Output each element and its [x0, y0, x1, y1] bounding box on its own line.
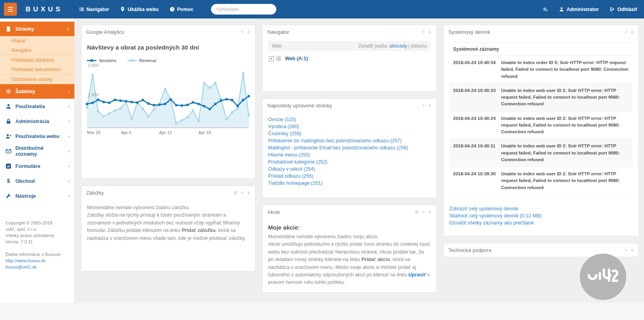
recent-pages-list: Ovocie (115) Výrobca (260) Číselníky (25…: [268, 114, 431, 192]
close-icon[interactable]: ×: [241, 191, 244, 195]
download-full-log-link[interactable]: Stiahnúť celý systémový denník (0.12 MB): [449, 212, 633, 219]
sort-by-date-label: dátumu: [411, 43, 427, 49]
dashboard: Google Analytics × ∧ Návštevy a obrat za…: [75, 18, 644, 303]
chevron-left-icon: ‹: [68, 119, 70, 123]
log-timestamp: 2018-04-24 10:40:24: [453, 115, 500, 136]
gear-icon[interactable]: [415, 210, 419, 214]
chart-title: Návštevy a obrat za posledných 30 dní: [87, 44, 250, 51]
recent-page-link[interactable]: Ovocie (115): [268, 116, 431, 123]
collapse-icon[interactable]: ∧: [428, 30, 431, 34]
collapse-icon[interactable]: ∧: [247, 191, 250, 195]
submenu-item-odstranene-stranky[interactable]: Odstránené stránky: [0, 74, 74, 84]
log-row: 2018-04-24 10:40:24 Unable to index web …: [449, 112, 633, 140]
x-tick-label: Mar 29: [87, 130, 100, 135]
close-icon[interactable]: ×: [422, 30, 425, 34]
portlet-title: Navigátor: [267, 29, 422, 35]
portlet-naposledy-upravene: Naposledy upravené stránky × ∧ Ovocie (1…: [262, 98, 437, 198]
cogs-icon: [6, 88, 11, 94]
recent-page-link[interactable]: Príklad odkazu (255): [268, 173, 431, 180]
chevron-left-icon: ‹: [68, 89, 70, 94]
mark-all-read-link[interactable]: Označiť všetky záznamy ako prečítané: [449, 219, 633, 226]
sidebar: Stránky ∨ Hľadať Navigátor Prehliadač ob…: [0, 18, 75, 303]
version-label: Verzia: 7.0.11: [6, 239, 69, 245]
sidebar-item-pouzivatelia[interactable]: Používatelia ‹: [0, 99, 74, 114]
tree-node-web-link[interactable]: Web (A:1): [285, 56, 308, 61]
settings-cogs-button[interactable]: [543, 4, 548, 15]
sidebar-item-nastroje[interactable]: Nástroje ‹: [0, 188, 74, 203]
recent-page-link[interactable]: Prihlásenie do mailinglistu bez potvrdzo…: [268, 137, 431, 144]
portlet-zalozky: Záložky × ∧ Momentálne nemáte vytvorenú …: [81, 186, 255, 271]
collapse-icon[interactable]: ∧: [631, 30, 634, 34]
navbar-search: [211, 4, 276, 15]
collapse-icon[interactable]: ∧: [428, 103, 431, 108]
sidebar-item-stranky[interactable]: Stránky ∨: [0, 22, 74, 36]
sidebar-item-distribucne-zoznamy[interactable]: Distribučné zoznamy ‹: [0, 143, 74, 158]
hamburger-menu-button[interactable]: [4, 3, 17, 16]
recent-page-link[interactable]: Výrobca (260): [268, 123, 431, 130]
close-icon[interactable]: ×: [625, 30, 627, 34]
recent-page-link[interactable]: Hlavné menu (250): [268, 151, 431, 158]
tree-expand-icon[interactable]: +: [269, 56, 274, 61]
check-square-icon: [6, 163, 11, 169]
close-icon[interactable]: ×: [422, 103, 425, 108]
tree-row-web: + Web (A:1): [269, 56, 430, 61]
expand-icon[interactable]: ∨: [631, 248, 634, 252]
pages-list-icon: [276, 56, 281, 61]
log-row: 2018-04-24 10:40:11 Unable to index web …: [449, 139, 633, 167]
submenu-item-prehliadac-dokumentov[interactable]: Prehliadač dokumentov: [0, 65, 74, 74]
portlet-title: Systémový denník: [448, 29, 625, 35]
sidebar-item-pouzivatelia-webu[interactable]: Používatelia webu ‹: [0, 129, 74, 143]
user-account-button[interactable]: Administrator: [559, 4, 599, 15]
collapse-icon[interactable]: ∧: [247, 30, 250, 34]
web-tab-label: Web: [272, 43, 281, 49]
recent-page-link[interactable]: Mailinglist - prihlásenie Email bez potv…: [268, 144, 431, 151]
user-plus-icon: [6, 133, 11, 139]
upravit-link[interactable]: Upraviť: [408, 272, 426, 278]
chevron-left-icon: ‹: [68, 164, 70, 168]
sort-controls: Zoradiť podľa: abecedy | dátumu: [358, 43, 427, 49]
submenu-item-prehliadac-obrazkov[interactable]: Prehliadač obrázkov: [0, 55, 74, 65]
system-log-table: Systémové záznamy 2018-04-24 10:40:34 Un…: [449, 42, 633, 195]
recent-page-link[interactable]: Tlačidlo homepage (251): [268, 180, 431, 187]
chart-legend: Sessions Revenue: [87, 58, 250, 63]
question-circle-icon: ?: [170, 7, 175, 12]
portlet-title: Google Analytics: [86, 29, 241, 35]
submenu-item-navigator[interactable]: Navigátor: [0, 46, 74, 55]
show-full-log-link[interactable]: Zobraziť celý systémový denník: [449, 205, 633, 212]
chevron-left-icon: ‹: [68, 193, 70, 198]
cogs-icon: [543, 7, 548, 12]
gear-icon[interactable]: [233, 191, 238, 195]
log-row: 2018-04-24 10:40:34 Unable to index orde…: [449, 56, 633, 84]
recent-page-link[interactable]: Číselníky (259): [268, 130, 431, 137]
sidebar-item-obchod[interactable]: $ Obchod ‹: [0, 173, 74, 188]
log-message: Unable to index web user ID 2: Solr HTTP…: [500, 87, 629, 108]
navbar-item-help[interactable]: ? Pomoc: [165, 4, 198, 15]
sidebar-item-sablony[interactable]: Šablóny ‹: [0, 84, 74, 99]
navbar-item-preview-web[interactable]: Ukážka webu: [116, 4, 163, 15]
portlet-google-analytics: Google Analytics × ∧ Návštevy a obrat za…: [81, 25, 255, 179]
sidebar-item-administracia[interactable]: Administrácia ‹: [0, 114, 74, 129]
collapse-icon[interactable]: ∧: [428, 210, 431, 214]
log-table-header: Systémové záznamy: [449, 43, 633, 56]
navbar-item-navigator[interactable]: Navigátor: [75, 4, 114, 15]
logout-button[interactable]: Odhlásiť: [610, 4, 638, 15]
recent-page-link[interactable]: Odkazy v sekcii (254): [268, 166, 431, 173]
x-tick-label: Apr 5: [121, 130, 131, 135]
sort-by-alphabet-link[interactable]: abecedy: [389, 43, 407, 49]
file-icon: [6, 26, 11, 32]
system-log-links: Zobraziť celý systémový denník Stiahnúť …: [449, 205, 633, 226]
close-icon[interactable]: ×: [422, 210, 425, 214]
recent-page-link[interactable]: Produktové kategórie (252): [268, 158, 431, 166]
buxus-email-link[interactable]: buxus@ui42.sk: [6, 264, 69, 270]
pridat-zalozku-label: Pridať záložku: [181, 228, 215, 233]
buxus-website-link[interactable]: http://www.buxus.sk: [6, 257, 69, 264]
revenue-line-marker-icon: [128, 59, 137, 62]
search-input[interactable]: [211, 4, 276, 15]
sidebar-item-formulare[interactable]: Formuláre ‹: [0, 158, 74, 173]
submenu-item-hladat[interactable]: Hľadať: [0, 36, 74, 46]
portlet-title: Záložky: [86, 190, 233, 196]
close-icon[interactable]: ×: [241, 30, 244, 34]
dollar-icon: $: [6, 178, 11, 184]
buxus-logo: BUXUS: [26, 6, 63, 13]
close-icon[interactable]: ×: [625, 248, 627, 252]
